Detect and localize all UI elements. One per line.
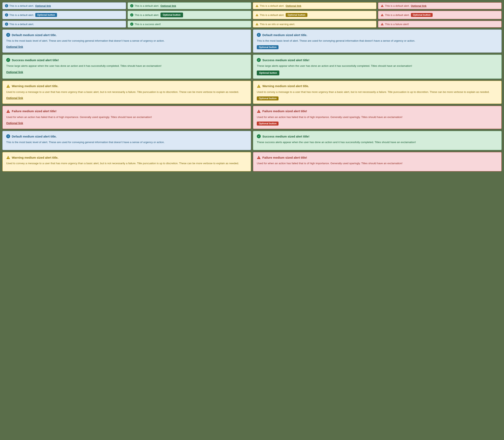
svg-text:!: ! [8,157,9,159]
alert-title: Warning medium sized alert title. [12,84,58,88]
svg-text:!: ! [382,5,383,7]
alert-body: This is the most basic level of alert. T… [257,39,498,43]
alert-text: This is a default alert. [9,4,34,7]
check-icon: ✓ [130,23,133,26]
alert-text: This is a default alert. [260,14,284,16]
optional-button[interactable]: Optional button [257,96,279,100]
failure-icon: ! [257,109,261,113]
check-icon: ✓ [130,13,133,16]
info-icon: i [5,4,8,7]
alert-text: This is a default alert. [135,14,159,16]
optional-link[interactable]: Optional link [6,122,23,125]
alert-text: This is a failure alert! [385,23,409,26]
alert-title: Default medium sized alert title. [262,33,307,37]
warning-icon: ! [257,84,261,88]
optional-link[interactable]: Optional link [6,70,23,74]
alert-title: Failure medium sized alert title! [262,156,307,159]
svg-text:!: ! [382,14,383,16]
warning-icon: ! [255,4,259,7]
failure-icon: ! [381,23,384,26]
optional-link[interactable]: Optional link [411,4,427,7]
optional-link[interactable]: Optional link [35,4,51,7]
large-alert-default: i Default medium sized alert title. This… [253,29,502,53]
alert-text: This is an info or warning alert. [260,23,295,26]
large-alerts-grid: i Default medium sized alert title. This… [2,131,502,150]
optional-button[interactable]: Optional button [257,70,279,75]
small-alerts-row1: i This is a default alert. Optional link… [2,2,502,9]
optional-button[interactable]: Optional button [411,13,433,17]
alert-body: This is the most basic level of alert. T… [6,39,247,43]
alert-body: Used to convey a message to a user that … [6,90,247,94]
small-alert-default: i This is a default alert. Optional butt… [2,11,126,19]
alert-title: Failure medium sized alert title! [262,110,307,113]
large-alerts-grid: ! Warning medium sized alert title. Used… [2,152,502,171]
check-icon: ✓ [257,58,261,62]
large-alert-success: ✓ Success medium sized alert title! Thes… [253,55,502,79]
alert-title: Default medium sized alert title. [12,33,57,37]
optional-button[interactable]: Optional button [257,122,279,125]
check-icon: ✓ [130,4,133,7]
optional-button[interactable]: Optional button [257,45,279,49]
large-alert-failure: ! Failure medium sized alert title! Used… [253,106,502,129]
alert-text: This is a default alert. [385,4,410,7]
alert-text: This is a default alert. [260,4,284,7]
alert-body: Used for when an action has failed that … [6,115,247,119]
optional-button[interactable]: Optional button [160,13,183,17]
small-alerts-row2: i This is a default alert. Optional butt… [2,11,502,19]
alert-body: Used to convey a message to a user that … [6,161,247,165]
optional-link[interactable]: Optional link [6,96,23,100]
large-alerts-grid: ! Warning medium sized alert title. Used… [2,81,502,104]
svg-text:!: ! [8,110,9,113]
svg-text:!: ! [258,157,259,159]
alert-text: This is a default alert. [135,4,159,7]
svg-text:!: ! [382,24,383,26]
failure-icon: ! [381,13,384,16]
small-alert-failure: ! This is a default alert. Optional butt… [378,11,502,19]
info-icon: i [6,33,10,37]
alert-text: This is a default alert. [9,23,34,26]
optional-link[interactable]: Optional link [6,45,23,48]
alert-title: Success medium sized alert title! [262,58,309,62]
large-alert-warning: ! Warning medium sized alert title. Used… [2,152,251,171]
warning-icon: ! [6,155,10,159]
alert-body: Used to convey a message to a user that … [257,90,498,94]
alert-text: This is a default alert. [385,14,410,16]
small-alert-success: ✓ This is a success alert! [127,21,251,28]
large-alert-failure: ! Failure medium sized alert title! Used… [253,152,502,171]
large-alert-default: i Default medium sized alert title. This… [2,131,251,150]
large-alert-success: ✓ Success medium sized alert title! Thes… [2,55,251,79]
failure-icon: ! [381,4,384,7]
warning-icon: ! [255,23,259,26]
small-alert-success: ✓ This is a default alert. Optional link [127,2,251,9]
alert-body: This is the most basic level of alert. T… [6,140,247,144]
large-alert-success: ✓ Success medium sized alert title! Thes… [253,131,502,150]
check-icon: ✓ [6,58,10,62]
alert-body: These large alerts appear when the user … [6,64,247,68]
alert-title: Warning medium sized alert title. [12,156,58,159]
optional-button[interactable]: Optional button [286,13,308,17]
small-alerts-row3: i This is a default alert. ✓ This is a s… [2,21,502,28]
optional-button[interactable]: Optional button [35,13,57,17]
small-alert-default: i This is a default alert. Optional link [2,2,126,9]
alert-title: Success medium sized alert title! [12,58,59,62]
alert-text: This is a default alert. [9,14,34,16]
large-alert-failure: ! Failure medium sized alert title! Used… [2,106,251,129]
warning-icon: ! [255,13,259,16]
info-icon: i [5,13,8,16]
large-alerts-grid: ! Failure medium sized alert title! Used… [2,106,502,129]
small-alert-failure: ! This is a failure alert! [378,21,502,28]
info-icon: i [6,134,10,138]
small-alert-success: ✓ This is a default alert. Optional butt… [127,11,251,19]
small-alert-failure: ! This is a default alert. Optional link [378,2,502,9]
optional-link[interactable]: Optional link [286,4,301,7]
svg-text:!: ! [257,24,257,26]
alert-text: This is a success alert! [135,23,161,26]
alert-title: Warning medium sized alert title. [262,84,309,88]
alert-title: Default medium sized alert title. [12,135,57,138]
alert-body: Used for when an action has failed that … [257,115,498,119]
large-alert-warning: ! Warning medium sized alert title. Used… [253,81,502,104]
large-alert-default: i Default medium sized alert title. This… [2,29,251,53]
failure-icon: ! [6,109,10,113]
large-alert-warning: ! Warning medium sized alert title. Used… [2,81,251,104]
optional-link[interactable]: Optional link [160,4,176,7]
